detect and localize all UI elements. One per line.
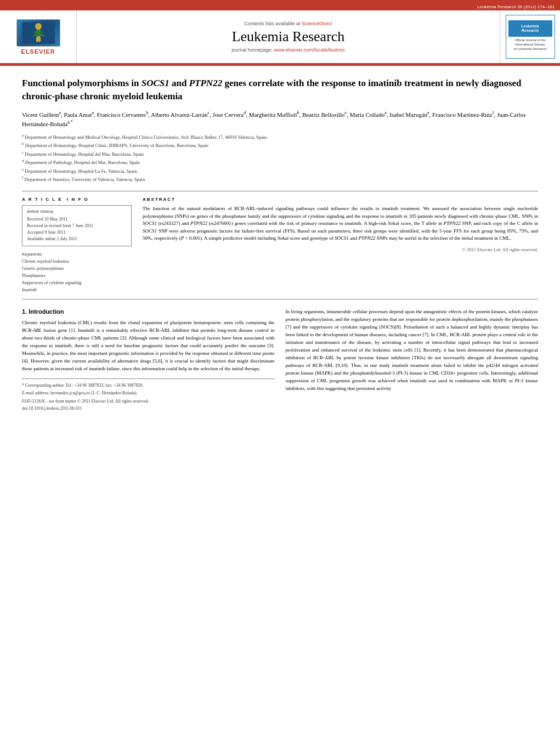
article-title: Functional polymorphisms in SOCS1 and PT…	[22, 77, 538, 103]
keywords-title: Keywords:	[22, 252, 132, 257]
keywords-section: Keywords: Chronic myeloid leukemia Genet…	[22, 252, 132, 293]
journal-header: ELSEVIER Contents lists available at Sci…	[0, 10, 560, 64]
copyright-line: © 2011 Elsevier Ltd. All rights reserved…	[143, 247, 538, 252]
svg-rect-5	[36, 37, 41, 42]
abstract-text: The function of the natural modulators o…	[143, 205, 538, 242]
journal-logo-bottom: Official Journal of theInternational Soc…	[512, 37, 548, 53]
doi-prefix: 0145-2126/$ – see front matter © 2011 El…	[22, 399, 275, 404]
info-abstract-section: A R T I C L E I N F O Article history: R…	[22, 191, 538, 299]
elsevier-logo-image	[16, 19, 60, 47]
page: Leukemia Research 36 (2012) 174–181	[0, 0, 560, 741]
section1-title: 1. Introduction	[22, 308, 275, 315]
main-content: Functional polymorphisms in SOCS1 and PT…	[0, 66, 560, 422]
authors: Vicent Guillema, Paula Amata, Francisco …	[22, 110, 538, 128]
journal-logo-section: LeukemiaResearch Official Journal of the…	[500, 10, 560, 63]
keywords-list: Chronic myeloid leukemia Genetic polymor…	[22, 258, 132, 293]
citation-text: Leukemia Research 36 (2012) 174–181	[477, 4, 555, 9]
elsevier-logo-svg	[22, 22, 55, 44]
journal-logo-box: LeukemiaResearch Official Journal of the…	[506, 15, 555, 59]
doi: doi:10.1016/j.leukres.2011.06.011	[22, 406, 275, 411]
contents-line: Contents lists available at ScienceDirec…	[244, 21, 332, 26]
body-columns: 1. Introduction Chronic myeloid leukemia…	[22, 308, 538, 411]
journal-header-center: Contents lists available at ScienceDirec…	[77, 10, 500, 63]
sciencedirect-link[interactable]: ScienceDirect	[302, 21, 332, 26]
footnotes: * Corresponding author. Tel.: +34 96 398…	[22, 378, 275, 411]
affiliations: a Department of Hematology and Medical O…	[22, 133, 538, 184]
body-right: In living organisms, innumerable cellula…	[286, 308, 539, 411]
available-date: Available online 2 July 2011	[27, 236, 127, 242]
revised-date: Received in revised form 7 June 2011	[27, 223, 127, 229]
article-history-box: Article history: Received 10 May 2011 Re…	[22, 205, 132, 246]
footnote-email: E-mail address: hernandez.jca@gva.es (J.…	[22, 390, 275, 397]
section1-left-text: Chronic myeloid leukemia (CML) results f…	[22, 319, 275, 373]
abstract-section: ABSTRACT The function of the natural mod…	[143, 197, 538, 293]
elsevier-label: ELSEVIER	[21, 48, 55, 55]
citation-bar: Leukemia Research 36 (2012) 174–181	[0, 3, 560, 10]
journal-logo-top: LeukemiaResearch	[508, 20, 552, 37]
journal-logo-bottom-text: Official Journal of theInternational Soc…	[513, 38, 546, 51]
homepage-line: journal homepage: www.elsevier.com/locat…	[231, 47, 345, 53]
svg-point-1	[35, 23, 42, 30]
journal-logo-top-text: LeukemiaResearch	[521, 24, 539, 33]
abstract-title: ABSTRACT	[143, 197, 538, 202]
elsevier-logo-section: ELSEVIER	[0, 10, 77, 63]
article-history-title: Article history:	[27, 209, 127, 214]
journal-title: Leukemia Research	[232, 29, 345, 45]
homepage-link[interactable]: www.elsevier.com/locate/leukres	[274, 47, 345, 53]
footnote-corresponding: * Corresponding author. Tel.: +34 96 398…	[22, 382, 275, 389]
elsevier-logo: ELSEVIER	[16, 19, 60, 55]
article-info: A R T I C L E I N F O Article history: R…	[22, 197, 132, 293]
accepted-date: Accepted 9 June 2011	[27, 229, 127, 236]
body-left: 1. Introduction Chronic myeloid leukemia…	[22, 308, 275, 411]
section1-right-text: In living organisms, innumerable cellula…	[286, 308, 539, 392]
received-date: Received 10 May 2011	[27, 216, 127, 223]
article-info-title: A R T I C L E I N F O	[22, 197, 132, 202]
